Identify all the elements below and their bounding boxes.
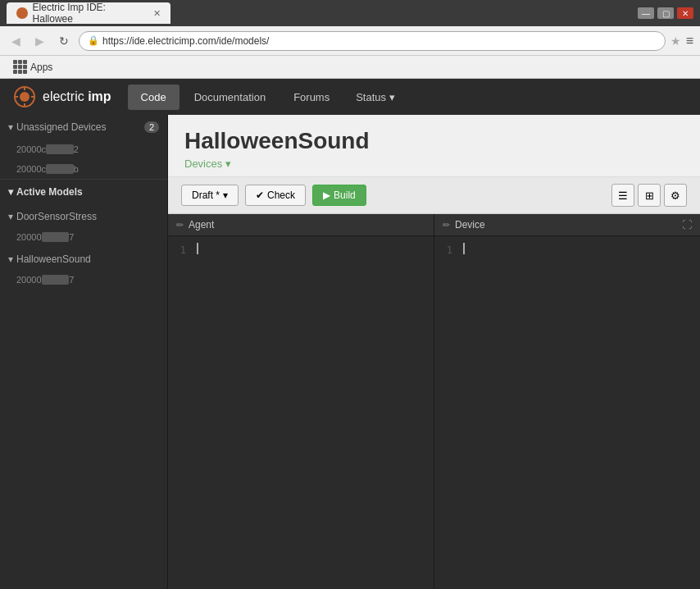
editor-area: ✏ Agent 1 ✏ [168, 214, 700, 589]
forward-button[interactable]: ▶ [30, 33, 49, 49]
device-code-area[interactable] [459, 236, 700, 589]
edit-icon-device: ✏ [443, 220, 450, 231]
nav-bar: ◀ ▶ ↻ 🔒 https://ide.electricimp.com/ide/… [0, 26, 700, 56]
device-id-2: 20000c b [16, 164, 79, 174]
check-button[interactable]: ✔ Check [245, 185, 306, 206]
tab-documentation[interactable]: Documentation [181, 84, 279, 110]
device-editor-pane: ✏ Device ⛶ 1 [434, 214, 700, 589]
sidebar: ▾ Unassigned Devices 2 20000c 2 20000c b… [0, 115, 168, 589]
model-halloweensound-label: HalloweenSound [16, 253, 91, 265]
apps-grid-icon [13, 60, 27, 74]
edit-icon: ✏ [176, 220, 184, 231]
chevron-right-icon: ▾ [8, 211, 13, 222]
reload-button[interactable]: ↻ [54, 33, 74, 49]
maximize-button[interactable]: ▢ [657, 7, 674, 19]
window-controls: — ▢ ✕ [638, 7, 693, 19]
menu-button[interactable]: ≡ [686, 34, 693, 48]
device-id-ds1: 20000 7 [16, 232, 74, 242]
play-icon: ▶ [323, 189, 330, 201]
tab-status[interactable]: Status ▾ [344, 84, 407, 110]
chevron-down-icon: ▾ [389, 91, 395, 103]
model-doorsensorstress[interactable]: ▾ DoorSensorStress [0, 204, 167, 227]
chevron-down-icon: ▾ [225, 158, 231, 170]
model-doorsensorstress-label: DoorSensorStress [16, 211, 97, 222]
unassigned-devices-label: Unassigned Devices [16, 121, 106, 133]
tab-forums[interactable]: Forums [280, 84, 343, 110]
chevron-down-icon: ▾ [8, 121, 13, 133]
app-body: ▾ Unassigned Devices 2 20000c 2 20000c b… [0, 115, 700, 589]
chevron-down-icon: ▾ [8, 186, 13, 198]
back-button[interactable]: ◀ [7, 33, 25, 49]
agent-editor-header: ✏ Agent [168, 214, 434, 236]
model-title: HalloweenSound [184, 128, 684, 154]
halloweensound-device-1[interactable]: 20000 7 [0, 270, 167, 290]
device-editor-title: Device [455, 219, 485, 231]
settings-button[interactable]: ⚙ [664, 184, 687, 207]
devices-link[interactable]: Devices ▾ [184, 158, 684, 170]
text-cursor-agent [197, 243, 198, 254]
device-id-1: 20000c 2 [16, 144, 79, 154]
agent-editor-title: Agent [189, 219, 214, 231]
app-header: electric imp Code Documentation Forums S… [0, 79, 700, 115]
chevron-down-icon: ▾ [8, 253, 13, 265]
app-container: electric imp Code Documentation Forums S… [0, 79, 700, 589]
device-editor-body[interactable]: 1 [434, 236, 700, 589]
title-bar: Electric Imp IDE: Hallowee ✕ — ▢ ✕ [0, 0, 700, 26]
lock-icon: 🔒 [88, 35, 99, 46]
active-models-label: Active Models [16, 186, 83, 198]
tab-title: Electric Imp IDE: Hallowee [33, 2, 145, 25]
logo: electric imp [13, 85, 111, 108]
logo-icon [13, 85, 36, 108]
agent-editor-body[interactable]: 1 [168, 236, 434, 589]
agent-code-area[interactable] [193, 236, 434, 589]
unassigned-count-badge: 2 [144, 121, 159, 133]
minimize-button[interactable]: — [638, 7, 654, 19]
bookmarks-bar: Apps [0, 56, 700, 79]
model-header: HalloweenSound Devices ▾ [168, 115, 700, 177]
device-id-hs1: 20000 7 [16, 275, 74, 285]
tab-favicon [16, 7, 28, 19]
text-cursor-device [463, 243, 465, 254]
split-view-button[interactable]: ⊞ [638, 184, 661, 207]
unassigned-device-1[interactable]: 20000c 2 [0, 139, 167, 159]
agent-editor-pane: ✏ Agent 1 [168, 214, 434, 589]
list-view-button[interactable]: ☰ [611, 184, 634, 207]
devices-label: Devices [184, 158, 222, 170]
toolbar: Draft * ▾ ✔ Check ▶ Build ☰ ⊞ ⚙ [168, 177, 700, 214]
tab-close-btn[interactable]: ✕ [153, 8, 161, 19]
active-models-header[interactable]: ▾ Active Models [0, 179, 167, 204]
line-numbers-device: 1 [434, 236, 459, 589]
browser-tab[interactable]: Electric Imp IDE: Hallowee ✕ [7, 2, 170, 24]
unassigned-device-2[interactable]: 20000c b [0, 159, 167, 179]
unassigned-devices-header[interactable]: ▾ Unassigned Devices 2 [0, 115, 167, 139]
tab-code[interactable]: Code [128, 84, 180, 110]
draft-button[interactable]: Draft * ▾ [181, 185, 239, 206]
expand-button[interactable]: ⛶ [682, 219, 692, 231]
line-numbers-agent: 1 [168, 236, 193, 589]
doorsensorstress-device-1[interactable]: 20000 7 [0, 227, 167, 247]
address-bar[interactable]: 🔒 https://ide.electricimp.com/ide/models… [79, 31, 666, 51]
device-editor-header: ✏ Device ⛶ [434, 214, 700, 236]
svg-point-1 [20, 92, 30, 102]
logo-text: electric imp [43, 89, 111, 104]
check-icon: ✔ [256, 189, 264, 201]
model-halloweensound[interactable]: ▾ HalloweenSound [0, 247, 167, 270]
build-button[interactable]: ▶ Build [312, 185, 366, 206]
apps-bookmark[interactable]: Apps [7, 58, 59, 75]
bookmark-star-button[interactable]: ★ [670, 34, 681, 48]
nav-tabs: Code Documentation Forums Status ▾ [128, 84, 407, 110]
apps-label: Apps [30, 62, 52, 73]
toolbar-right: ☰ ⊞ ⚙ [611, 184, 687, 207]
chevron-down-icon: ▾ [223, 189, 228, 201]
url-text: https://ide.electricimp.com/ide/models/ [102, 35, 657, 47]
main-content: HalloweenSound Devices ▾ Draft * ▾ ✔ Che… [168, 115, 700, 589]
close-button[interactable]: ✕ [677, 7, 693, 19]
